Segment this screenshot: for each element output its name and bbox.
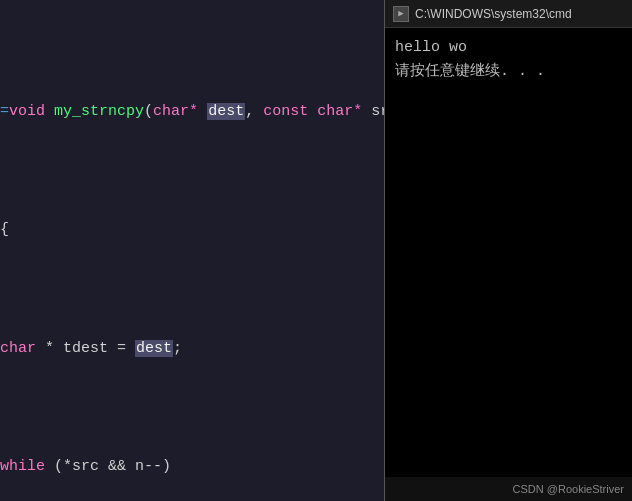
attribution-text: CSDN @RookieStriver xyxy=(513,483,624,495)
attribution-bar: CSDN @RookieStriver xyxy=(385,477,632,501)
code-line-4: while (*src && n--) xyxy=(0,454,384,479)
terminal-output-line-2: 请按任意键继续. . . xyxy=(395,60,622,84)
line-marker-1: = xyxy=(0,103,9,120)
terminal-titlebar: ▶ C:\WINDOWS\system32\cmd xyxy=(385,0,632,28)
code-content: =void my_strncpy(char* dest, const char*… xyxy=(0,0,384,501)
terminal-output-line-1: hello wo xyxy=(395,36,622,60)
code-editor: =void my_strncpy(char* dest, const char*… xyxy=(0,0,385,501)
terminal-body: hello wo 请按任意键继续. . . xyxy=(385,28,632,501)
terminal-icon: ▶ xyxy=(393,6,409,22)
code-line-1: =void my_strncpy(char* dest, const char*… xyxy=(0,99,384,124)
code-line-2: { xyxy=(0,217,384,242)
code-line-3: char * tdest = dest; xyxy=(0,336,384,361)
terminal-title-text: C:\WINDOWS\system32\cmd xyxy=(415,7,572,21)
terminal-window: ▶ C:\WINDOWS\system32\cmd hello wo 请按任意键… xyxy=(385,0,632,501)
